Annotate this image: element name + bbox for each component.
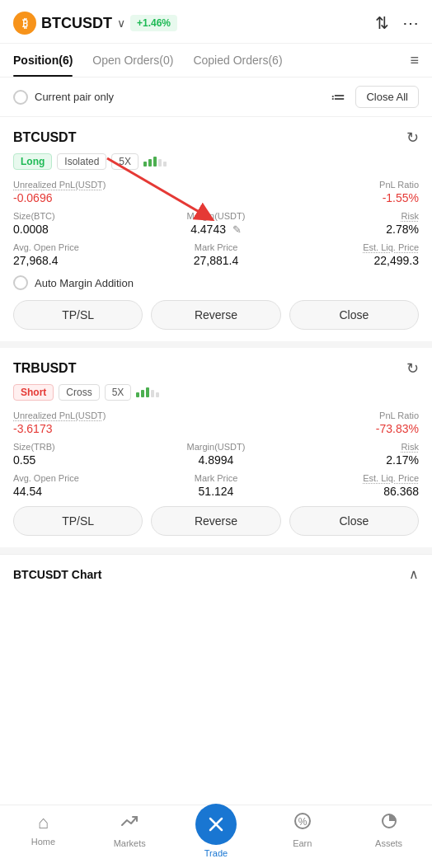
margin-label-trbusdt: Margin(USDT): [148, 442, 284, 452]
tab-copied-orders[interactable]: Copied Orders(6): [193, 44, 282, 77]
mark-price-field-btcusdt: Mark Price 27,881.4: [148, 242, 284, 267]
refresh-icon-trbusdt[interactable]: ↻: [406, 359, 419, 378]
nav-assets-label: Assets: [375, 838, 402, 848]
spacer2: [148, 411, 284, 435]
size-field-trbusdt: Size(TRB) 0.55: [13, 442, 148, 467]
current-pair-toggle[interactable]: [13, 90, 28, 105]
avg-open-value-btcusdt: 27,968.4: [13, 254, 148, 267]
chevron-up-icon: ∧: [409, 566, 419, 582]
pnl-ratio-value-btcusdt: -1.55%: [284, 191, 419, 204]
margin-value-btcusdt: 4.4743 ✎: [148, 223, 284, 236]
auto-margin-btcusdt: Auto Margin Addition: [13, 275, 419, 290]
header-left: ₿ BTCUSDT ∨ +1.46%: [13, 12, 375, 35]
avg-open-field-trbusdt: Avg. Open Price 44.54: [13, 473, 148, 498]
nav-trade[interactable]: Trade: [191, 812, 241, 858]
chart-icon[interactable]: ⇅: [375, 13, 389, 33]
avg-open-value-trbusdt: 44.54: [13, 485, 148, 498]
size-field-btcusdt: Size(BTC) 0.0008: [13, 211, 148, 236]
risk-label-btcusdt: Risk: [284, 211, 419, 221]
action-buttons-btcusdt: TP/SL Reverse Close: [13, 300, 419, 330]
position-data-trbusdt: Unrealized PnL(USDT) -3.6173 PnL Ratio -…: [13, 411, 419, 498]
close-all-button[interactable]: Close All: [355, 86, 419, 108]
btc-icon: ₿: [13, 12, 36, 35]
trade-button[interactable]: [195, 804, 237, 845]
chart-bar[interactable]: BTCUSDT Chart ∧: [0, 554, 432, 594]
nav-trade-label: Trade: [204, 848, 228, 858]
position-tags-btcusdt: Long Isolated 5X: [13, 153, 419, 170]
header: ₿ BTCUSDT ∨ +1.46% ⇅ ⋯: [0, 0, 432, 44]
assets-icon: [380, 812, 398, 835]
unrealized-pnl-value-btcusdt: -0.0696: [13, 191, 148, 204]
chevron-down-icon[interactable]: ∨: [117, 16, 125, 30]
margin-label-btcusdt: Margin(USDT): [148, 211, 284, 221]
position-symbol-trbusdt: TRBUSDT: [13, 361, 76, 376]
svg-text:%: %: [298, 816, 307, 828]
risk-value-trbusdt: 2.17%: [284, 453, 419, 467]
pair-name[interactable]: BTCUSDT: [41, 15, 112, 32]
mark-price-label-btcusdt: Mark Price: [148, 242, 284, 252]
pnl-ratio-label-trbusdt: PnL Ratio: [284, 411, 419, 420]
avg-open-label-trbusdt: Avg. Open Price: [13, 473, 148, 483]
margin-field-btcusdt: Margin(USDT) 4.4743 ✎: [148, 211, 284, 236]
risk-field-trbusdt: Risk 2.17%: [284, 442, 419, 467]
unrealized-pnl-label-btcusdt: Unrealized PnL(USDT): [13, 180, 148, 190]
position-header-trbusdt: TRBUSDT ↻: [13, 359, 419, 378]
tab-open-orders[interactable]: Open Orders(0): [92, 44, 173, 77]
tab-position[interactable]: Position(6): [13, 44, 73, 77]
filter-bar: Current pair only ≔ Close All: [0, 77, 432, 117]
direction-tag-trbusdt: Short: [13, 384, 54, 401]
filter-icons: ≔ Close All: [331, 86, 419, 108]
pnl-ratio-field-trbusdt: PnL Ratio -73.83%: [284, 411, 419, 435]
risk-value-btcusdt: 2.78%: [284, 223, 419, 236]
nav-markets[interactable]: Markets: [105, 812, 154, 858]
direction-tag-btcusdt: Long: [13, 153, 52, 170]
liq-price-label-trbusdt: Est. Liq. Price: [284, 473, 419, 483]
tab-list-icon[interactable]: ≡: [410, 52, 419, 69]
markets-icon: [120, 812, 139, 835]
nav-home[interactable]: ⌂ Home: [18, 812, 68, 858]
nav-assets[interactable]: Assets: [364, 812, 414, 858]
liq-price-value-trbusdt: 86.368: [284, 485, 419, 498]
mark-price-value-btcusdt: 27,881.4: [148, 254, 284, 267]
margin-value-trbusdt: 4.8994: [148, 453, 284, 467]
nav-markets-label: Markets: [114, 838, 146, 848]
close-button-trbusdt[interactable]: Close: [289, 506, 419, 536]
edit-icon-btcusdt[interactable]: ✎: [232, 223, 242, 236]
liq-price-value-btcusdt: 22,499.3: [284, 254, 419, 267]
unrealized-pnl-label-trbusdt: Unrealized PnL(USDT): [13, 411, 148, 420]
unrealized-pnl-value-trbusdt: -3.6173: [13, 422, 148, 435]
refresh-icon-btcusdt[interactable]: ↻: [406, 129, 419, 147]
chart-bar-label: BTCUSDT Chart: [13, 568, 101, 581]
spacer1: [148, 180, 284, 204]
leverage-tag-trbusdt: 5X: [105, 384, 132, 401]
reverse-button-trbusdt[interactable]: Reverse: [151, 506, 280, 536]
liq-price-field-trbusdt: Est. Liq. Price 86.368: [284, 473, 419, 498]
sort-icon[interactable]: ≔: [331, 88, 345, 106]
position-tags-trbusdt: Short Cross 5X: [13, 384, 419, 401]
tpsl-button-btcusdt[interactable]: TP/SL: [13, 300, 143, 330]
nav-earn[interactable]: % Earn: [278, 812, 327, 858]
leverage-tag-btcusdt: 5X: [111, 153, 139, 170]
pnl-ratio-label-btcusdt: PnL Ratio: [284, 180, 419, 190]
size-label-btcusdt: Size(BTC): [13, 211, 148, 221]
auto-margin-toggle-btcusdt[interactable]: [13, 275, 28, 290]
liq-price-field-btcusdt: Est. Liq. Price 22,499.3: [284, 242, 419, 267]
content-area: BTCUSDT ↻ Long Isolated 5X Unrealized Pn…: [0, 117, 432, 659]
close-button-btcusdt[interactable]: Close: [289, 300, 419, 330]
position-data-btcusdt: Unrealized PnL(USDT) -0.0696 PnL Ratio -…: [13, 180, 419, 267]
pnl-ratio-field-btcusdt: PnL Ratio -1.55%: [284, 180, 419, 204]
size-value-btcusdt: 0.0008: [13, 223, 148, 236]
header-icons: ⇅ ⋯: [375, 13, 419, 33]
auto-margin-label-btcusdt: Auto Margin Addition: [35, 277, 134, 289]
mark-price-field-trbusdt: Mark Price 51.124: [148, 473, 284, 498]
tpsl-button-trbusdt[interactable]: TP/SL: [13, 506, 143, 536]
margin-field-trbusdt: Margin(USDT) 4.8994: [148, 442, 284, 467]
position-card-btcusdt: BTCUSDT ↻ Long Isolated 5X Unrealized Pn…: [0, 117, 432, 348]
bottom-nav: ⌂ Home Markets Trade % Earn: [0, 805, 432, 868]
reverse-button-btcusdt[interactable]: Reverse: [151, 300, 280, 330]
tabs-bar: Position(6) Open Orders(0) Copied Orders…: [0, 44, 432, 77]
position-header-btcusdt: BTCUSDT ↻: [13, 129, 419, 147]
leverage-bar-icon-btcusdt: [143, 157, 167, 167]
more-icon[interactable]: ⋯: [402, 13, 419, 33]
liq-price-label-btcusdt: Est. Liq. Price: [284, 242, 419, 252]
